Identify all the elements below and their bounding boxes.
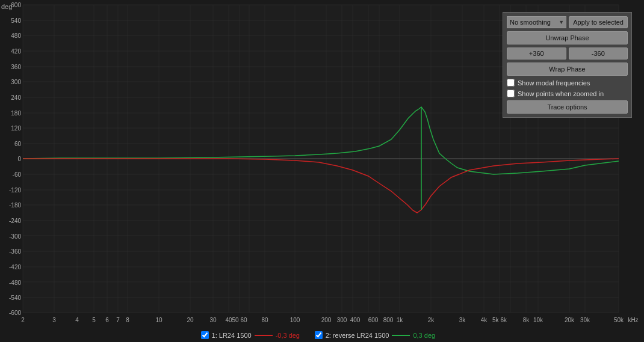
show-points-label: Show points when zoomed in [518,90,604,97]
svg-text:5: 5 [92,317,96,323]
legend-name-2: 2: reverse LR24 1500 [326,332,389,339]
show-modal-checkbox[interactable] [507,79,515,87]
degree-adjust-row: +360 -360 [507,47,628,60]
svg-text:3: 3 [52,317,56,323]
svg-text:4: 4 [75,317,79,323]
svg-text:1k: 1k [397,317,404,323]
legend-value-2: 0,3 deg [413,332,443,339]
svg-text:300: 300 [337,317,347,323]
plus360-button[interactable]: +360 [507,47,566,60]
legend-value-1: -0,3 deg [276,332,306,339]
svg-text:360: 360 [11,64,21,70]
svg-text:20k: 20k [565,317,575,323]
legend-item-1: 1: LR24 1500 -0,3 deg [201,331,306,339]
svg-text:-360: -360 [9,248,21,255]
svg-text:0: 0 [17,156,21,162]
svg-text:30: 30 [209,317,217,323]
svg-text:-540: -540 [9,295,21,301]
svg-text:480: 480 [11,32,21,39]
legend: 1: LR24 1500 -0,3 deg 2: reverse LR24 15… [0,331,644,339]
svg-text:240: 240 [11,94,21,101]
minus360-button[interactable]: -360 [569,47,628,60]
svg-text:-240: -240 [9,218,21,224]
svg-text:2: 2 [21,317,25,323]
show-modal-label: Show modal frequencies [518,79,590,87]
svg-text:7: 7 [116,317,120,323]
trace-options-button[interactable]: Trace options [507,100,628,114]
svg-text:kHz: kHz [628,317,638,323]
smoothing-select-wrapper: No smoothing 1/48 octave 1/24 octave 1/1… [507,16,566,28]
svg-text:300: 300 [11,79,21,85]
show-modal-row: Show modal frequencies [507,79,628,87]
legend-name-1: 1: LR24 1500 [212,332,252,339]
svg-text:120: 120 [11,125,21,132]
wrap-phase-button[interactable]: Wrap Phase [507,63,628,76]
svg-text:40: 40 [225,317,232,323]
x-axis-labels: 2 3 4 5 6 7 8 10 20 30 40 50 60 80 100 2… [21,317,638,323]
svg-text:8k: 8k [523,317,530,323]
svg-text:400: 400 [350,317,361,323]
svg-text:-60: -60 [13,171,22,178]
svg-text:420: 420 [11,48,21,55]
svg-text:10k: 10k [533,317,543,323]
controls-panel: No smoothing 1/48 octave 1/24 octave 1/1… [503,12,632,118]
svg-text:60: 60 [14,141,22,147]
svg-text:30k: 30k [580,317,590,323]
legend-checkbox-2[interactable] [315,331,323,339]
svg-text:50k: 50k [614,317,624,323]
smoothing-row: No smoothing 1/48 octave 1/24 octave 1/1… [507,16,628,28]
svg-text:-300: -300 [9,233,21,240]
svg-text:10: 10 [155,317,163,323]
svg-text:600: 600 [368,317,379,323]
svg-text:2k: 2k [428,317,435,323]
svg-text:5k 6k: 5k 6k [492,317,507,323]
svg-text:4k: 4k [481,317,488,323]
svg-text:180: 180 [11,110,21,117]
svg-text:-180: -180 [9,202,21,209]
svg-text:8: 8 [126,317,129,323]
legend-line-1 [255,335,273,336]
legend-line-2 [392,335,410,336]
svg-text:800: 800 [383,317,394,323]
unwrap-phase-button[interactable]: Unwrap Phase [507,31,628,44]
svg-text:200: 200 [321,317,332,323]
legend-checkbox-1[interactable] [201,331,209,339]
svg-text:50 60: 50 60 [232,317,247,323]
smoothing-select[interactable]: No smoothing 1/48 octave 1/24 octave 1/1… [507,16,566,28]
y-axis-labels: 600 540 480 420 360 300 240 180 120 60 0… [9,2,21,316]
main-container: deg [0,0,644,342]
svg-text:-600: -600 [9,310,21,316]
apply-to-selected-button[interactable]: Apply to selected [569,16,628,28]
svg-text:-480: -480 [9,279,21,286]
svg-text:3k: 3k [459,317,466,323]
show-points-row: Show points when zoomed in [507,90,628,97]
legend-item-2: 2: reverse LR24 1500 0,3 deg [315,331,444,339]
svg-text:-420: -420 [9,264,21,270]
svg-text:100: 100 [290,317,300,323]
svg-text:600: 600 [11,2,21,8]
svg-text:80: 80 [261,317,268,323]
svg-text:-120: -120 [9,187,21,194]
svg-text:540: 540 [11,17,21,24]
show-points-checkbox[interactable] [507,90,515,97]
svg-text:20: 20 [187,317,194,323]
svg-text:6: 6 [105,317,109,323]
